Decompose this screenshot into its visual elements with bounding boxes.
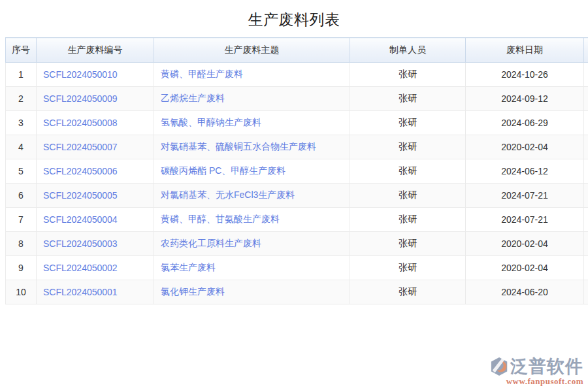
cell-waste-code: SCFL2024050009 xyxy=(37,87,154,111)
cell-row-number: 7 xyxy=(6,208,37,232)
cell-waste-date: 2024-06-29 xyxy=(466,111,584,135)
cell-waste-subject: 氯苯生产废料 xyxy=(154,256,350,280)
cell-row-number: 3 xyxy=(6,111,37,135)
vendor-url: www.fanpusoft.com xyxy=(490,377,583,385)
cell-row-number: 1 xyxy=(6,63,37,87)
waste-code-link[interactable]: SCFL2024050009 xyxy=(43,93,118,104)
cell-waste-subject: 碳酸丙烯酯 PC、甲醇生产废料 xyxy=(154,159,350,184)
fanpu-logo-icon xyxy=(490,357,510,376)
cell-waste-date: 2024-09-12 xyxy=(466,87,584,111)
header-row: 序号 生产废料编号 生产废料主题 制单人员 废料日期 xyxy=(6,38,588,63)
waste-subject-link[interactable]: 氢氰酸、甲醇钠生产废料 xyxy=(161,117,261,127)
cell-extra xyxy=(584,232,588,256)
column-header-no: 序号 xyxy=(6,38,37,63)
waste-subject-link[interactable]: 对氯硝基苯、硫酸铜五水合物生产废料 xyxy=(161,141,316,152)
cell-waste-code: SCFL2024050006 xyxy=(37,159,154,184)
waste-subject-link[interactable]: 氯苯生产废料 xyxy=(161,262,216,272)
waste-subject-link[interactable]: 黄磷、甲醇、甘氨酸生产废料 xyxy=(161,214,280,224)
cell-creator: 张研 xyxy=(350,280,466,304)
cell-waste-code: SCFL2024050007 xyxy=(37,135,154,159)
table-row: 9 SCFL2024050002 氯苯生产废料 张研 2020-02-04 xyxy=(6,256,588,280)
table-row: 2 SCFL2024050009 乙烯烷生产废料 张研 2024-09-12 xyxy=(6,87,588,111)
cell-waste-subject: 氯化钾生产废料 xyxy=(154,280,350,304)
waste-table: 序号 生产废料编号 生产废料主题 制单人员 废料日期 1 SCFL2024050… xyxy=(5,37,588,304)
waste-code-link[interactable]: SCFL2024050003 xyxy=(43,238,118,249)
cell-row-number: 2 xyxy=(6,87,37,111)
column-header-date: 废料日期 xyxy=(466,38,584,63)
cell-waste-date: 2024-07-21 xyxy=(466,184,584,208)
cell-extra xyxy=(584,184,588,208)
cell-extra xyxy=(584,280,588,304)
waste-subject-link[interactable]: 碳酸丙烯酯 PC、甲醇生产废料 xyxy=(161,165,286,176)
column-header-extra xyxy=(584,38,588,63)
cell-waste-subject: 黄磷、甲醛生产废料 xyxy=(154,63,350,87)
waste-subject-link[interactable]: 黄磷、甲醛生产废料 xyxy=(161,69,243,79)
vendor-watermark: 泛普软件 www.fanpusoft.com xyxy=(490,357,583,385)
cell-waste-subject: 对氯硝基苯、无水FeCl3生产废料 xyxy=(154,184,350,208)
cell-waste-date: 2024-07-21 xyxy=(466,208,584,232)
waste-code-link[interactable]: SCFL2024050005 xyxy=(43,190,118,201)
cell-creator: 张研 xyxy=(350,232,466,256)
column-header-subject: 生产废料主题 xyxy=(154,38,350,63)
cell-waste-date: 2020-02-04 xyxy=(466,135,584,159)
cell-creator: 张研 xyxy=(350,256,466,280)
table-row: 5 SCFL2024050006 碳酸丙烯酯 PC、甲醇生产废料 张研 2024… xyxy=(6,159,588,184)
cell-extra xyxy=(584,63,588,87)
table-body: 1 SCFL2024050010 黄磷、甲醛生产废料 张研 2024-10-26… xyxy=(6,63,588,304)
waste-code-link[interactable]: SCFL2024050006 xyxy=(43,166,118,176)
cell-waste-subject: 氢氰酸、甲醇钠生产废料 xyxy=(154,111,350,135)
table-row: 10 SCFL2024050001 氯化钾生产废料 张研 2024-06-20 xyxy=(6,280,588,304)
table-row: 1 SCFL2024050010 黄磷、甲醛生产废料 张研 2024-10-26 xyxy=(6,63,588,87)
cell-row-number: 10 xyxy=(6,280,37,304)
table-row: 8 SCFL2024050003 农药类化工原料生产废料 张研 2020-02-… xyxy=(6,232,588,256)
cell-waste-code: SCFL2024050008 xyxy=(37,111,154,135)
cell-waste-subject: 对氯硝基苯、硫酸铜五水合物生产废料 xyxy=(154,135,350,159)
cell-extra xyxy=(584,87,588,111)
cell-creator: 张研 xyxy=(350,184,466,208)
table-row: 6 SCFL2024050005 对氯硝基苯、无水FeCl3生产废料 张研 20… xyxy=(6,184,588,208)
cell-waste-subject: 黄磷、甲醇、甘氨酸生产废料 xyxy=(154,208,350,232)
cell-waste-date: 2020-02-04 xyxy=(466,232,584,256)
cell-creator: 张研 xyxy=(350,63,466,87)
waste-subject-link[interactable]: 农药类化工原料生产废料 xyxy=(161,238,261,248)
cell-extra xyxy=(584,111,588,135)
cell-waste-code: SCFL2024050003 xyxy=(37,232,154,256)
waste-subject-link[interactable]: 对氯硝基苯、无水FeCl3生产废料 xyxy=(161,189,295,200)
cell-row-number: 6 xyxy=(6,184,37,208)
cell-waste-date: 2024-06-12 xyxy=(466,159,584,184)
table-row: 3 SCFL2024050008 氢氰酸、甲醇钠生产废料 张研 2024-06-… xyxy=(6,111,588,135)
waste-table-wrap: 序号 生产废料编号 生产废料主题 制单人员 废料日期 1 SCFL2024050… xyxy=(5,37,588,304)
cell-waste-subject: 农药类化工原料生产废料 xyxy=(154,232,350,256)
waste-code-link[interactable]: SCFL2024050004 xyxy=(43,214,118,225)
cell-row-number: 9 xyxy=(6,256,37,280)
waste-code-link[interactable]: SCFL2024050001 xyxy=(43,287,118,297)
waste-subject-link[interactable]: 乙烯烷生产废料 xyxy=(161,93,225,103)
cell-waste-code: SCFL2024050010 xyxy=(37,63,154,87)
waste-subject-link[interactable]: 氯化钾生产废料 xyxy=(161,286,225,297)
cell-row-number: 5 xyxy=(6,159,37,184)
cell-waste-date: 2020-02-04 xyxy=(466,256,584,280)
cell-extra xyxy=(584,135,588,159)
waste-code-link[interactable]: SCFL2024050007 xyxy=(43,142,118,152)
column-header-creator: 制单人员 xyxy=(350,38,466,63)
cell-creator: 张研 xyxy=(350,87,466,111)
waste-code-link[interactable]: SCFL2024050008 xyxy=(43,118,118,128)
column-header-code: 生产废料编号 xyxy=(37,38,154,63)
page-title: 生产废料列表 xyxy=(0,10,588,30)
waste-code-link[interactable]: SCFL2024050002 xyxy=(43,263,118,273)
cell-waste-code: SCFL2024050002 xyxy=(37,256,154,280)
cell-extra xyxy=(584,208,588,232)
table-row: 4 SCFL2024050007 对氯硝基苯、硫酸铜五水合物生产废料 张研 20… xyxy=(6,135,588,159)
cell-creator: 张研 xyxy=(350,159,466,184)
vendor-brand-name: 泛普软件 xyxy=(510,358,583,376)
cell-extra xyxy=(584,159,588,184)
waste-code-link[interactable]: SCFL2024050010 xyxy=(43,69,118,80)
cell-waste-date: 2024-10-26 xyxy=(466,63,584,87)
cell-row-number: 4 xyxy=(6,135,37,159)
table-row: 7 SCFL2024050004 黄磷、甲醇、甘氨酸生产废料 张研 2024-0… xyxy=(6,208,588,232)
cell-creator: 张研 xyxy=(350,208,466,232)
cell-waste-date: 2024-06-20 xyxy=(466,280,584,304)
cell-waste-code: SCFL2024050001 xyxy=(37,280,154,304)
cell-row-number: 8 xyxy=(6,232,37,256)
cell-creator: 张研 xyxy=(350,135,466,159)
